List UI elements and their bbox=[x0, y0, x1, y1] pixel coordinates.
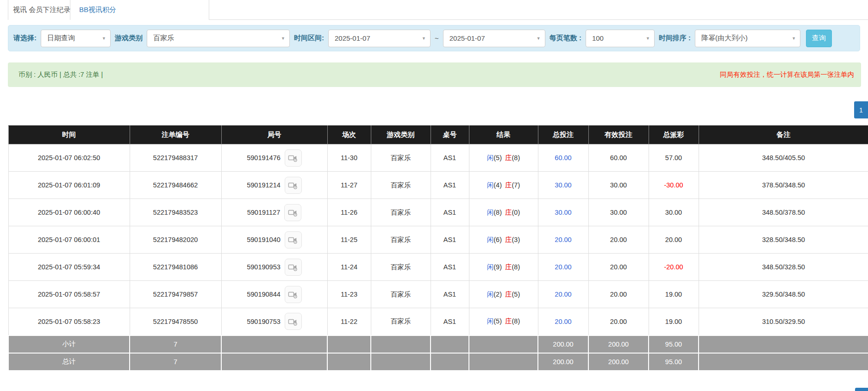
video-replay-button[interactable] bbox=[285, 231, 302, 248]
pagination-bottom-partial[interactable] bbox=[855, 388, 868, 391]
cell-total-bet-link[interactable]: 20.00 bbox=[538, 254, 588, 281]
cell-session: 11-26 bbox=[327, 199, 371, 226]
subtotal-payout: 95.00 bbox=[649, 335, 699, 353]
subtotal-empty-cell bbox=[699, 335, 868, 353]
cell-round-id: 590191214 bbox=[221, 172, 327, 199]
cell-valid-bet: 60.00 bbox=[588, 144, 649, 172]
cell-round-id: 590190953 bbox=[221, 254, 327, 281]
result-player-label: 闲 bbox=[487, 263, 494, 271]
cell-total-bet-link[interactable]: 60.00 bbox=[538, 144, 588, 172]
video-replay-button[interactable] bbox=[285, 149, 302, 167]
result-player-label: 闲 bbox=[487, 154, 494, 161]
cell-total-bet-link[interactable]: 20.00 bbox=[538, 226, 588, 254]
video-replay-button[interactable] bbox=[285, 313, 302, 330]
sort-order-select[interactable]: 降幂(由大到小) ▼ bbox=[695, 30, 800, 47]
cell-time: 2025-01-07 06:02:50 bbox=[8, 144, 130, 172]
round-id-text: 590191127 bbox=[247, 209, 281, 216]
cell-table-no: AS1 bbox=[431, 254, 469, 281]
cell-time: 2025-01-07 05:58:57 bbox=[8, 281, 130, 308]
cell-payout: -30.00 bbox=[649, 172, 699, 199]
cell-bet-id: 522179483523 bbox=[130, 199, 221, 226]
cell-remark: 329.50/348.50 bbox=[699, 281, 868, 308]
round-id-text: 590191214 bbox=[247, 181, 281, 189]
cell-round-id: 590190844 bbox=[221, 281, 327, 308]
result-banker-label: 庄 bbox=[505, 317, 512, 325]
video-replay-button[interactable] bbox=[285, 286, 302, 303]
result-banker-score: (8) bbox=[512, 154, 520, 161]
result-player-label: 闲 bbox=[487, 291, 494, 298]
video-replay-button[interactable] bbox=[285, 177, 302, 194]
cell-round-id: 590190753 bbox=[221, 308, 327, 335]
search-button[interactable]: 查询 bbox=[806, 30, 832, 47]
date-from-select[interactable]: 2025-01-07 ▼ bbox=[328, 30, 431, 47]
video-camera-icon bbox=[288, 317, 298, 327]
currency-summary-text: 币别 : 人民币 | 总共 :7 注单 | bbox=[19, 70, 103, 79]
cell-remark: 348.50/328.50 bbox=[699, 254, 868, 281]
column-header-1: 注单编号 bbox=[130, 126, 221, 144]
cell-remark: 310.50/329.50 bbox=[699, 308, 868, 335]
game-type-select[interactable]: 百家乐 ▼ bbox=[147, 30, 290, 47]
cell-session: 11-25 bbox=[327, 226, 371, 254]
result-player-label: 闲 bbox=[487, 209, 494, 216]
video-camera-icon bbox=[288, 262, 298, 272]
cell-game-type: 百家乐 bbox=[371, 144, 431, 172]
tab-bb-video-points[interactable]: BB视讯积分 bbox=[71, 0, 209, 20]
cell-result: 闲(5)庄(8) bbox=[469, 144, 538, 172]
cell-payout: -20.00 bbox=[649, 254, 699, 281]
tab-betting-records-label: 视讯 会员下注纪录 bbox=[13, 6, 70, 13]
table-row: 2025-01-07 05:58:57 522179479857 5901908… bbox=[8, 281, 868, 308]
subtotal-empty-cell bbox=[327, 335, 371, 353]
total-empty-cell bbox=[327, 353, 371, 371]
cell-time: 2025-01-07 06:00:40 bbox=[8, 199, 130, 226]
date-to-select[interactable]: 2025-01-07 ▼ bbox=[443, 30, 545, 47]
betting-records-table: 时间注单编号局号场次游戏类别桌号结果总投注有效投注总派彩备注 2025-01-0… bbox=[8, 125, 868, 371]
table-body: 2025-01-07 06:02:50 522179488317 5901914… bbox=[8, 144, 868, 335]
chevron-down-icon: ▼ bbox=[792, 36, 796, 41]
result-banker-label: 庄 bbox=[505, 291, 512, 298]
video-replay-button[interactable] bbox=[285, 259, 302, 276]
cell-remark: 328.50/348.50 bbox=[699, 226, 868, 254]
result-banker-label: 庄 bbox=[505, 154, 512, 161]
cell-total-bet-link[interactable]: 20.00 bbox=[538, 308, 588, 335]
cell-payout: 20.00 bbox=[649, 226, 699, 254]
date-range-label: 时间区间: bbox=[294, 34, 324, 43]
cell-total-bet-link[interactable]: 30.00 bbox=[538, 199, 588, 226]
cell-payout: 30.00 bbox=[649, 199, 699, 226]
pagination-page-1[interactable]: 1 bbox=[854, 101, 868, 118]
result-player-score: (5) bbox=[493, 317, 502, 325]
total-empty-cell bbox=[699, 353, 868, 371]
video-replay-button[interactable] bbox=[284, 204, 301, 221]
round-id-text: 590190753 bbox=[247, 318, 281, 325]
result-banker-score: (0) bbox=[512, 209, 520, 216]
round-id-text: 590191476 bbox=[247, 154, 281, 161]
column-header-10: 备注 bbox=[699, 126, 868, 144]
cell-bet-id: 522179478550 bbox=[130, 308, 221, 335]
cell-game-type: 百家乐 bbox=[371, 281, 431, 308]
result-banker-label: 庄 bbox=[505, 236, 512, 243]
cell-remark: 348.50/378.50 bbox=[699, 199, 868, 226]
tab-betting-records[interactable]: 视讯 会员下注纪录 bbox=[8, 0, 70, 20]
cell-table-no: AS1 bbox=[431, 172, 469, 199]
cell-valid-bet: 30.00 bbox=[588, 172, 649, 199]
chevron-down-icon: ▼ bbox=[102, 36, 106, 41]
cell-game-type: 百家乐 bbox=[371, 254, 431, 281]
cell-table-no: AS1 bbox=[431, 308, 469, 335]
cell-round-id: 590191127 bbox=[221, 199, 327, 226]
cell-round-id: 590191040 bbox=[221, 226, 327, 254]
result-player-label: 闲 bbox=[487, 317, 494, 325]
tilde-separator: ~ bbox=[435, 34, 439, 42]
query-type-select[interactable]: 日期查询 ▼ bbox=[41, 30, 111, 47]
column-header-9: 总派彩 bbox=[649, 126, 699, 144]
cell-valid-bet: 20.00 bbox=[588, 308, 649, 335]
column-header-7: 总投注 bbox=[538, 126, 588, 144]
chevron-down-icon: ▼ bbox=[281, 36, 285, 41]
result-banker-score: (7) bbox=[512, 181, 520, 189]
date-from-value: 2025-01-07 bbox=[335, 34, 370, 42]
page-size-select[interactable]: 100 ▼ bbox=[586, 30, 655, 47]
cell-total-bet-link[interactable]: 30.00 bbox=[538, 172, 588, 199]
cell-total-bet-link[interactable]: 20.00 bbox=[538, 281, 588, 308]
page-size-label: 每页笔数 : bbox=[550, 34, 581, 43]
total-payout: 95.00 bbox=[649, 353, 699, 371]
cell-table-no: AS1 bbox=[431, 226, 469, 254]
cell-payout: 57.00 bbox=[649, 144, 699, 172]
